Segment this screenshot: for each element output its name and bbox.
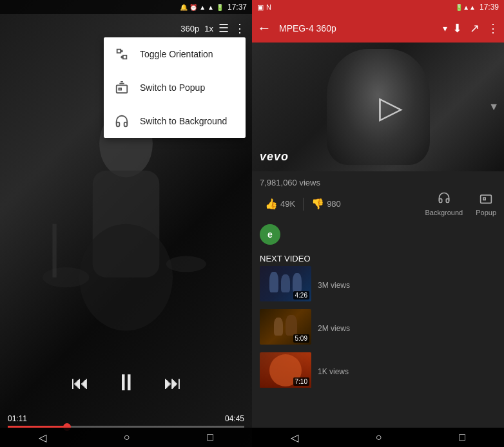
popup-icon <box>480 191 492 207</box>
left-time: 17:37 <box>228 3 247 12</box>
title-dropdown-icon[interactable]: ▾ <box>443 23 447 33</box>
signal-icon: ▲ <box>199 4 206 11</box>
switch-background-label: Switch to Background <box>140 116 227 126</box>
thumbs-down-icon: 👎 <box>311 198 324 210</box>
right-navbar: ◁ ○ □ <box>252 428 504 447</box>
toggle-orientation-item[interactable]: Toggle Orientation <box>104 37 246 71</box>
right-statusbar: ▣ N 🔋▲▲ 17:39 <box>252 0 504 14</box>
toggle-orientation-icon <box>114 46 130 62</box>
switch-popup-icon <box>114 80 130 95</box>
left-status-icons: 🔔 ⏰ ▲ ▲ 🔋 <box>180 4 224 11</box>
notification-icon: 🔔 <box>180 4 188 11</box>
thumb-person-figure <box>327 49 430 165</box>
thumbs-up-icon: 👍 <box>265 198 278 210</box>
total-time: 04:45 <box>225 414 244 423</box>
video-thumbnail[interactable]: ▷ vevo ▼ <box>252 43 504 171</box>
like-button[interactable]: 👍 49K <box>260 195 300 213</box>
left-home-nav[interactable]: ○ <box>124 432 130 443</box>
video-actions: 👍 49K 👎 980 Backgrou <box>260 191 496 216</box>
thumb-wrapper-3: 7:10 <box>260 352 311 388</box>
right-home-nav[interactable]: ○ <box>376 432 382 443</box>
video-info: 7,981,060 views 👍 49K 👎 980 <box>252 171 504 220</box>
switch-popup-label: Switch to Popup <box>140 82 205 93</box>
right-recents-nav[interactable]: □ <box>459 432 465 443</box>
video-meta-2: 2M views <box>318 309 496 345</box>
svg-point-4 <box>43 267 90 287</box>
more-options-icon[interactable]: ⋮ <box>234 21 246 35</box>
video-title: MPEG-4 360p <box>279 23 438 33</box>
video-list: 4:26 3M views 5:09 2M views <box>252 266 504 428</box>
vevo-logo: vevo <box>260 150 289 164</box>
channel-row: e <box>252 220 504 249</box>
pause-button[interactable]: ⏸ <box>115 369 138 396</box>
next-video-label: NEXT VIDEO <box>252 249 504 266</box>
action-divider <box>303 198 304 211</box>
toggle-orientation-label: Toggle Orientation <box>140 49 213 59</box>
svg-rect-5 <box>52 224 56 278</box>
right-back-nav[interactable]: ◁ <box>291 432 298 444</box>
thumb-wrapper-1: 4:26 <box>260 266 311 301</box>
left-recents-nav[interactable]: □ <box>207 432 213 443</box>
app-icon-2: N <box>266 3 271 11</box>
background-button[interactable]: Background <box>425 191 463 216</box>
share-icon[interactable]: ↗ <box>470 21 480 35</box>
back-button[interactable]: ← <box>257 20 271 37</box>
duration-1: 4:26 <box>293 291 309 300</box>
background-label: Background <box>425 209 463 216</box>
left-panel: 🔔 ⏰ ▲ ▲ 🔋 17:37 360p 1x ☰ ⋮ Toggle Orien… <box>0 0 252 447</box>
thumb-background <box>252 43 504 171</box>
current-time: 01:11 <box>8 414 27 423</box>
duration-3: 7:10 <box>293 377 309 386</box>
battery-icon: 🔋 <box>216 4 224 11</box>
list-item[interactable]: 5:09 2M views <box>260 309 496 345</box>
switch-background-item[interactable]: Switch to Background <box>104 104 246 138</box>
left-back-nav[interactable]: ◁ <box>39 432 46 444</box>
right-status-icons: 🔋▲▲ <box>455 4 476 11</box>
headphones-icon <box>114 113 130 129</box>
next-button[interactable]: ⏭ <box>164 372 182 394</box>
previous-button[interactable]: ⏮ <box>71 372 89 394</box>
switch-popup-item[interactable]: Switch to Popup <box>104 71 246 104</box>
list-item[interactable]: 4:26 3M views <box>260 266 496 301</box>
popup-button[interactable]: Popup <box>476 191 496 216</box>
dislike-count: 980 <box>327 199 341 209</box>
video-meta-1: 3M views <box>318 266 496 301</box>
list-item[interactable]: 7:10 1K views <box>260 352 496 388</box>
right-time: 17:39 <box>480 3 499 12</box>
background-headphones-icon <box>438 191 451 207</box>
duration-2: 5:09 <box>293 334 309 343</box>
more-icon[interactable]: ⋮ <box>487 21 499 35</box>
play-button-overlay[interactable]: ▷ <box>379 89 403 125</box>
video-views-2: 2M views <box>318 324 496 333</box>
bg-popup-actions: Background Popup <box>425 191 496 216</box>
speed-button[interactable]: 1x <box>204 24 213 33</box>
scroll-down-icon: ▼ <box>489 101 499 113</box>
download-icon[interactable]: ⬇ <box>452 21 462 35</box>
thumb-wrapper-2: 5:09 <box>260 309 311 345</box>
list-icon[interactable]: ☰ <box>218 21 229 35</box>
alarm-icon: ⏰ <box>189 4 197 11</box>
left-navbar: ◁ ○ □ <box>0 428 252 447</box>
quality-button[interactable]: 360p <box>180 24 199 33</box>
dropdown-menu: Toggle Orientation Switch to Popup Swi <box>104 37 246 138</box>
view-count: 7,981,060 views <box>260 178 496 187</box>
wifi-icon: ▲ <box>208 4 214 11</box>
video-views-3: 1K views <box>318 367 496 376</box>
video-views-1: 3M views <box>318 281 496 290</box>
left-statusbar: 🔔 ⏰ ▲ ▲ 🔋 17:37 <box>0 0 252 14</box>
right-status-apps: ▣ N <box>257 3 271 12</box>
popup-label: Popup <box>476 209 496 216</box>
svg-point-3 <box>79 224 173 331</box>
progress-area: 01:11 04:45 <box>0 414 252 428</box>
channel-avatar[interactable]: e <box>260 224 280 245</box>
dislike-button[interactable]: 👎 980 <box>306 195 346 213</box>
right-toolbar-actions: ⬇ ↗ ⋮ <box>452 21 499 35</box>
app-icon-1: ▣ <box>257 3 264 12</box>
right-toolbar: ← MPEG-4 360p ▾ ⬇ ↗ ⋮ <box>252 14 504 43</box>
progress-times: 01:11 04:45 <box>8 414 244 423</box>
playback-controls: ⏮ ⏸ ⏭ <box>0 357 252 408</box>
like-count: 49K <box>280 199 295 209</box>
video-meta-3: 1K views <box>318 352 496 388</box>
right-panel: ▣ N 🔋▲▲ 17:39 ← MPEG-4 360p ▾ ⬇ ↗ ⋮ ▷ ve… <box>252 0 504 447</box>
svg-point-6 <box>166 256 206 272</box>
